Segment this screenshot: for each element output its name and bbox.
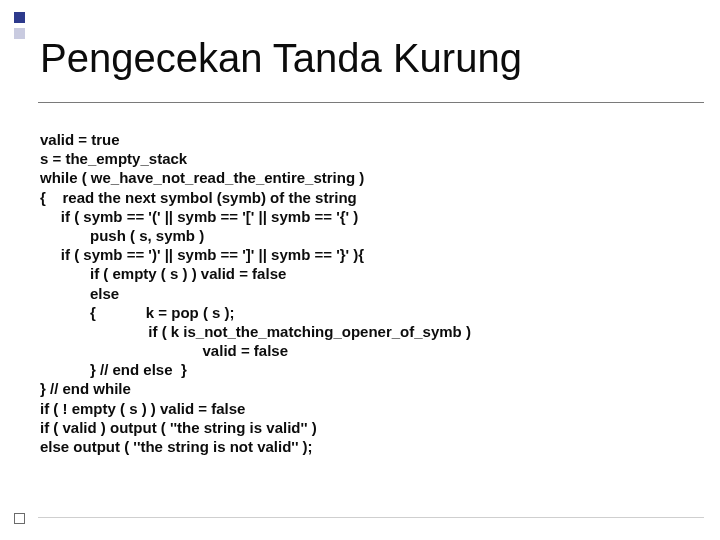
accent-square bbox=[14, 28, 25, 39]
title-divider bbox=[38, 102, 704, 103]
slide-title: Pengecekan Tanda Kurung bbox=[40, 36, 522, 81]
code-block: valid = true s = the_empty_stack while (… bbox=[40, 130, 690, 456]
accent-squares-top bbox=[14, 12, 25, 39]
accent-square bbox=[14, 12, 25, 23]
bottom-divider bbox=[38, 517, 704, 518]
accent-square-bottom bbox=[14, 513, 25, 524]
slide: Pengecekan Tanda Kurung valid = true s =… bbox=[0, 0, 720, 540]
